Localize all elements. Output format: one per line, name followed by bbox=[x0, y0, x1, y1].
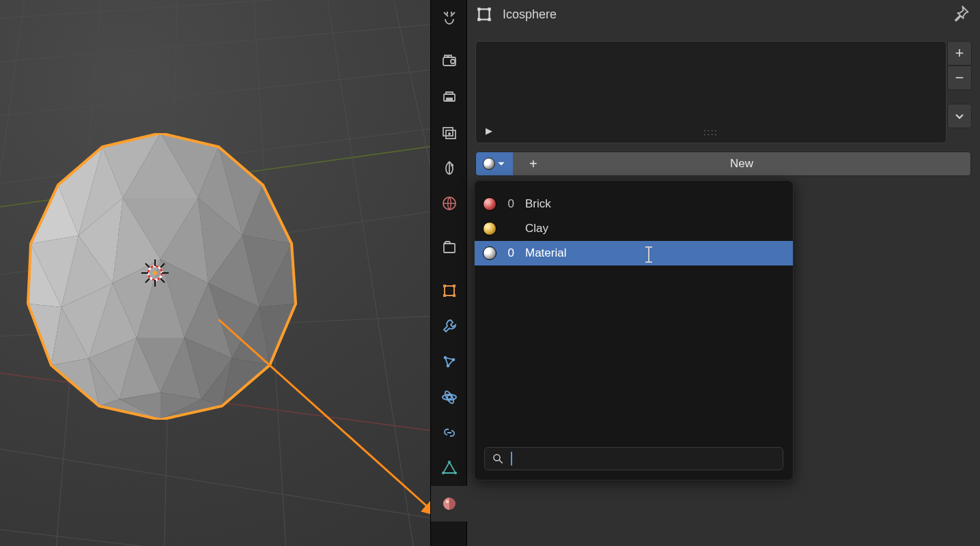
svg-point-102 bbox=[442, 472, 445, 474]
svg-rect-106 bbox=[477, 8, 480, 10]
material-dropdown-list: 0BrickClay0Material bbox=[475, 188, 793, 270]
material-browse-icon bbox=[483, 158, 495, 170]
material-slot-list[interactable]: ▶ :::: bbox=[475, 41, 947, 143]
material-dropdown-item[interactable]: Clay bbox=[475, 216, 793, 241]
material-dropdown: 0BrickClay0Material bbox=[474, 180, 794, 480]
svg-line-13 bbox=[253, 0, 287, 546]
tab-constraint[interactable] bbox=[431, 415, 468, 450]
search-caret bbox=[511, 452, 512, 465]
material-new-label: New bbox=[730, 157, 753, 171]
chevron-down-icon bbox=[496, 159, 506, 169]
svg-rect-109 bbox=[488, 18, 490, 20]
svg-line-4 bbox=[0, 140, 430, 212]
tab-viewlayer[interactable] bbox=[431, 115, 468, 150]
material-slot-remove-button[interactable]: − bbox=[947, 66, 972, 90]
material-dropdown-item[interactable]: 0Brick bbox=[475, 192, 793, 216]
tab-object[interactable] bbox=[431, 273, 468, 308]
svg-rect-92 bbox=[453, 294, 456, 297]
svg-rect-81 bbox=[446, 98, 453, 100]
svg-point-96 bbox=[447, 395, 451, 399]
svg-rect-90 bbox=[453, 285, 456, 287]
svg-rect-79 bbox=[449, 55, 451, 57]
properties-panel: Icosphere ▶ :::: + − + New 0BrickClay0Ma… bbox=[467, 0, 980, 546]
svg-point-98 bbox=[444, 390, 456, 404]
svg-line-9 bbox=[0, 526, 314, 546]
svg-rect-78 bbox=[445, 55, 447, 57]
svg-point-101 bbox=[454, 472, 457, 474]
svg-point-85 bbox=[451, 164, 453, 167]
tab-tool[interactable] bbox=[431, 0, 468, 35]
svg-point-110 bbox=[494, 455, 500, 461]
material-browse-button[interactable] bbox=[476, 152, 513, 175]
svg-point-100 bbox=[448, 461, 451, 463]
material-selector-row: + New bbox=[475, 152, 971, 176]
mesh-icon bbox=[475, 5, 493, 23]
material-item-label: Material bbox=[525, 246, 566, 260]
tab-mesh[interactable] bbox=[431, 450, 468, 486]
tab-particles[interactable] bbox=[431, 344, 468, 379]
svg-line-15 bbox=[389, 0, 430, 546]
material-dropdown-search[interactable] bbox=[484, 447, 783, 470]
property-tab-column bbox=[430, 0, 467, 546]
svg-rect-105 bbox=[479, 9, 489, 19]
svg-rect-87 bbox=[444, 244, 455, 253]
material-slot-add-button[interactable]: + bbox=[947, 41, 972, 66]
breadcrumb-object-name: Icosphere bbox=[503, 8, 557, 22]
material-swatch-icon bbox=[483, 222, 496, 235]
svg-rect-107 bbox=[488, 8, 490, 10]
svg-rect-83 bbox=[446, 130, 456, 139]
svg-rect-88 bbox=[445, 286, 454, 296]
slot-list-resize-grip[interactable]: :::: bbox=[703, 128, 718, 137]
svg-line-1 bbox=[0, 20, 430, 65]
tab-scene[interactable] bbox=[431, 150, 468, 186]
svg-rect-108 bbox=[477, 18, 480, 20]
svg-rect-76 bbox=[443, 57, 456, 66]
svg-line-111 bbox=[499, 460, 503, 463]
svg-point-84 bbox=[448, 132, 451, 135]
svg-line-2 bbox=[0, 65, 430, 119]
pin-button[interactable] bbox=[951, 4, 970, 23]
svg-marker-99 bbox=[443, 462, 456, 473]
tab-modifier[interactable] bbox=[431, 308, 468, 344]
tab-material[interactable] bbox=[431, 486, 468, 521]
viewport-3d[interactable] bbox=[0, 0, 430, 546]
svg-point-77 bbox=[451, 59, 455, 63]
material-item-usercount: 0 bbox=[507, 197, 514, 211]
plus-icon: + bbox=[529, 156, 537, 172]
svg-rect-91 bbox=[443, 294, 446, 297]
svg-rect-82 bbox=[443, 128, 453, 136]
tab-output[interactable] bbox=[431, 79, 468, 115]
material-swatch-icon bbox=[483, 246, 496, 260]
text-cursor-icon bbox=[641, 246, 656, 263]
viewport-grid bbox=[0, 0, 430, 546]
svg-line-7 bbox=[0, 369, 430, 437]
svg-point-104 bbox=[446, 500, 449, 503]
tab-world[interactable] bbox=[431, 186, 468, 221]
svg-rect-89 bbox=[443, 285, 446, 287]
svg-line-12 bbox=[164, 0, 178, 546]
breadcrumb: Icosphere bbox=[475, 5, 557, 23]
tab-collection[interactable] bbox=[431, 229, 468, 265]
tab-physics[interactable] bbox=[431, 379, 468, 415]
svg-line-8 bbox=[0, 444, 430, 526]
slot-list-expand-toggle[interactable]: ▶ bbox=[486, 126, 492, 136]
search-icon bbox=[492, 452, 504, 465]
material-new-button[interactable]: + New bbox=[513, 152, 970, 175]
material-swatch-icon bbox=[483, 197, 496, 211]
material-slot-menu-button[interactable] bbox=[947, 104, 972, 128]
svg-line-6 bbox=[0, 314, 430, 338]
material-dropdown-item[interactable]: 0Material bbox=[475, 241, 793, 265]
material-item-label: Clay bbox=[525, 222, 548, 235]
material-item-usercount: 0 bbox=[507, 246, 514, 260]
svg-line-0 bbox=[0, 0, 430, 20]
tab-render[interactable] bbox=[431, 44, 468, 79]
material-item-label: Brick bbox=[525, 197, 551, 211]
svg-line-14 bbox=[324, 0, 417, 546]
